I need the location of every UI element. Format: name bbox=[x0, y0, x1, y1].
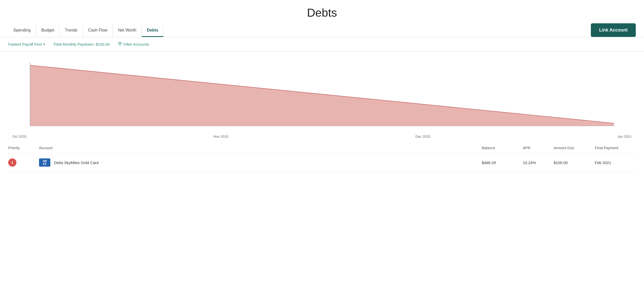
chevron-down-icon: ▾ bbox=[43, 42, 45, 46]
account-cell: AM EX Delta SkyMiles Gold Card bbox=[39, 158, 482, 167]
final-payment-value: Feb 2021 bbox=[595, 160, 636, 165]
filter-accounts-button[interactable]: Filter Accounts bbox=[118, 42, 149, 47]
balance-value: $468.29 bbox=[482, 160, 523, 165]
payoff-sort-selector[interactable]: Fastest Payoff First ▾ bbox=[8, 42, 45, 46]
filter-label: Filter Accounts bbox=[124, 42, 149, 46]
priority-cell: 1 bbox=[8, 158, 39, 167]
link-account-button[interactable]: Link Account bbox=[591, 23, 636, 37]
account-name: Delta SkyMiles Gold Card bbox=[54, 160, 99, 165]
nav-bar: Spending Budget Trends Cash Flow Net Wor… bbox=[0, 23, 644, 37]
amount-due-value: $100.00 bbox=[554, 160, 595, 165]
col-apr: APR bbox=[523, 146, 554, 150]
tab-networth[interactable]: Net Worth bbox=[113, 24, 142, 37]
amex-logo-icon: AM EX bbox=[39, 158, 50, 167]
apr-value: 15.24% bbox=[523, 160, 554, 165]
page-title: Debts bbox=[0, 0, 644, 23]
chart-x-labels: Oct 2020 Nov 2020 Dec 2020 Jan 2021 bbox=[12, 133, 632, 138]
payoff-sort-label: Fastest Payoff First bbox=[8, 42, 42, 46]
table-header: Priority Account Balance APR Amount Due … bbox=[8, 143, 636, 153]
debt-table: Priority Account Balance APR Amount Due … bbox=[0, 139, 644, 176]
col-amount-due: Amount Due bbox=[554, 146, 595, 150]
tab-cashflow[interactable]: Cash Flow bbox=[83, 24, 113, 37]
x-label-nov: Nov 2020 bbox=[213, 135, 228, 138]
col-balance: Balance bbox=[482, 146, 523, 150]
x-label-jan: Jan 2021 bbox=[617, 135, 632, 138]
toolbar: Fastest Payoff First ▾ Total Monthly Pay… bbox=[0, 37, 644, 52]
monthly-paydown-display: Total Monthly Paydown: $100.00 bbox=[53, 42, 110, 46]
col-account: Account bbox=[39, 146, 482, 150]
x-label-dec: Dec 2020 bbox=[415, 135, 430, 138]
col-final-payment: Final Payment bbox=[595, 146, 636, 150]
tab-debts[interactable]: Debts bbox=[142, 24, 164, 37]
tab-spending[interactable]: Spending bbox=[8, 24, 36, 37]
priority-badge: 1 bbox=[8, 158, 16, 167]
filter-icon bbox=[118, 42, 122, 47]
nav-tabs: Spending Budget Trends Cash Flow Net Wor… bbox=[8, 24, 583, 37]
monthly-paydown-label: Total Monthly Paydown: $100.00 bbox=[53, 42, 110, 46]
table-row: 1 AM EX Delta SkyMiles Gold Card $468.29… bbox=[8, 153, 636, 172]
x-label-oct: Oct 2020 bbox=[12, 135, 26, 138]
tab-trends[interactable]: Trends bbox=[60, 24, 83, 37]
tab-budget[interactable]: Budget bbox=[36, 24, 60, 37]
col-priority: Priority bbox=[8, 146, 39, 150]
debt-chart: Oct 2020 Nov 2020 Dec 2020 Jan 2021 bbox=[0, 52, 644, 139]
chart-area-main bbox=[30, 65, 614, 126]
debt-area-chart bbox=[12, 60, 632, 132]
